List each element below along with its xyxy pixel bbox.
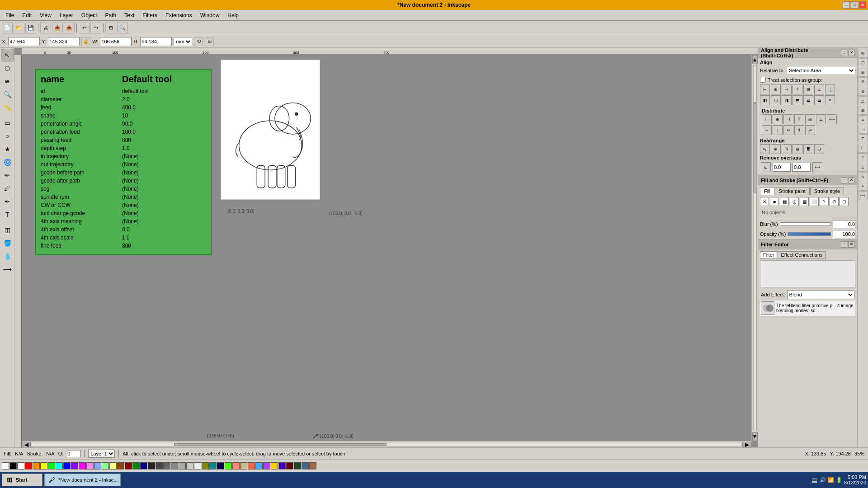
gray6-swatch[interactable] xyxy=(186,462,193,469)
forest-swatch[interactable] xyxy=(294,462,301,469)
opacity-input[interactable] xyxy=(833,230,855,238)
pink-swatch[interactable] xyxy=(86,462,94,469)
steel-swatch[interactable] xyxy=(302,462,309,469)
unit-select[interactable]: mm px cm in xyxy=(174,37,192,46)
magenta-swatch[interactable] xyxy=(79,462,86,469)
dark-green-swatch[interactable] xyxy=(132,462,140,469)
menu-window[interactable]: Window xyxy=(197,11,223,19)
snap-10[interactable]: T xyxy=(859,134,868,143)
fill-linear-gradient[interactable]: ▦ xyxy=(780,197,789,206)
node-tool[interactable]: ⬡ xyxy=(1,62,14,75)
dist-random-h[interactable]: ⇔ xyxy=(783,125,793,135)
dist-center-v[interactable]: ⊕ xyxy=(773,114,783,124)
fill-radial-gradient[interactable]: ◎ xyxy=(790,197,799,206)
light-blue-swatch[interactable] xyxy=(94,462,101,469)
layer-select[interactable]: Layer 1 xyxy=(88,450,115,458)
remove-overlap-button[interactable]: ⟺ xyxy=(812,162,822,172)
overlap-h-input[interactable] xyxy=(773,163,791,172)
copper-swatch[interactable] xyxy=(309,462,316,469)
align-left-edge[interactable]: ⊢ xyxy=(760,84,770,94)
x-input[interactable] xyxy=(8,37,40,46)
stroke-paint-tab[interactable]: Stroke paint xyxy=(775,187,810,195)
purple-swatch[interactable] xyxy=(71,462,78,469)
gold-swatch[interactable] xyxy=(271,462,278,469)
snap-6[interactable]: △ xyxy=(859,96,868,105)
tweak-tool[interactable]: ≋ xyxy=(1,75,14,88)
align-top[interactable]: ⬒ xyxy=(793,95,802,105)
dist-top-edge[interactable]: ⊤ xyxy=(794,114,804,124)
select-tool[interactable]: ↖ xyxy=(1,49,14,61)
minimize-button[interactable]: ─ xyxy=(843,1,850,9)
snap-14[interactable]: ∿ xyxy=(859,172,868,181)
dist-random-v[interactable]: ⇕ xyxy=(794,125,804,135)
move-to-layer[interactable]: ⊡ xyxy=(205,37,214,46)
orange-swatch[interactable] xyxy=(33,462,40,469)
calligraphy-tool[interactable]: ✒ xyxy=(1,195,14,208)
salmon-swatch[interactable] xyxy=(232,462,240,469)
black-swatch[interactable] xyxy=(9,462,17,469)
start-button[interactable]: ⊞ Start xyxy=(2,474,42,486)
vertical-scrollbar[interactable]: ▲ ▼ xyxy=(751,55,758,441)
snap-12[interactable]: ⊤ xyxy=(859,153,868,162)
lock-ratio-button[interactable]: 🔒 xyxy=(81,37,90,46)
close-button[interactable]: ✕ xyxy=(859,1,866,9)
rearrange-order[interactable]: ⊡ xyxy=(814,144,824,154)
snap-5[interactable]: ⊗ xyxy=(859,87,868,96)
snap-13[interactable]: ⊥ xyxy=(859,163,868,172)
spiral-tool[interactable]: 🌀 xyxy=(1,156,14,169)
scroll-left-button[interactable]: ◀ xyxy=(22,442,31,447)
snap-1[interactable]: % xyxy=(859,49,868,58)
rearrange-sort[interactable]: ≣ xyxy=(803,144,813,154)
treat-group-checkbox[interactable] xyxy=(760,77,766,83)
filter-close-icon[interactable]: ✕ xyxy=(848,241,854,248)
gray4-swatch[interactable] xyxy=(171,462,178,469)
blue-swatch[interactable] xyxy=(63,462,71,469)
align-right-edge[interactable]: ⊣ xyxy=(782,84,792,94)
khaki-swatch[interactable] xyxy=(240,462,247,469)
dist-with-gaps[interactable]: ⟺ xyxy=(827,114,837,124)
save-button[interactable]: 💾 xyxy=(25,23,36,33)
white-swatch[interactable] xyxy=(17,462,24,469)
fill-tab[interactable]: Fill xyxy=(760,187,774,195)
panel-close-icon[interactable]: ✕ xyxy=(848,50,854,56)
snap-9[interactable]: ⊣ xyxy=(859,125,868,134)
align-right[interactable]: ◨ xyxy=(782,95,792,105)
stroke-style-tab[interactable]: Stroke style xyxy=(810,187,844,195)
transform-button[interactable]: ⟲ xyxy=(194,37,203,46)
violet-swatch[interactable] xyxy=(263,462,270,469)
pencil-tool[interactable]: ✏ xyxy=(1,169,14,182)
align-center-v[interactable]: ⊕ xyxy=(771,84,781,94)
menu-path[interactable]: Path xyxy=(102,11,120,19)
overlap-v-input[interactable] xyxy=(793,163,811,172)
rearrange-shuffle[interactable]: ⊞ xyxy=(793,144,802,154)
h-input[interactable] xyxy=(140,37,172,46)
cyan-swatch[interactable] xyxy=(56,462,63,469)
text-tool[interactable]: T xyxy=(1,208,14,221)
open-button[interactable]: 📂 xyxy=(14,23,24,33)
sky-blue-swatch[interactable] xyxy=(255,462,263,469)
vscroll-track[interactable] xyxy=(753,65,757,431)
print-button[interactable]: 🖨 xyxy=(40,23,51,33)
snap-4[interactable]: ⊕ xyxy=(859,77,868,86)
fill-unset[interactable]: ∅ xyxy=(830,197,839,206)
gray2-swatch[interactable] xyxy=(156,462,163,469)
filter-expand-icon[interactable]: □ xyxy=(841,241,847,248)
y-input[interactable] xyxy=(48,37,80,46)
dist-right-edge[interactable]: ⊣ xyxy=(783,114,793,124)
gray7-swatch[interactable] xyxy=(194,462,201,469)
snap-2[interactable]: ⊡ xyxy=(859,58,868,67)
effect-select[interactable]: Blend Blur ColorMatrix Composite xyxy=(787,290,854,299)
yellow-swatch[interactable] xyxy=(40,462,47,469)
inkscape-taskbar-button[interactable]: 🖋 *New document 2 - Inksc... xyxy=(44,474,121,486)
rect-tool[interactable]: ▭ xyxy=(1,117,14,129)
panel-expand-icon[interactable]: □ xyxy=(841,50,847,56)
fill-tool[interactable]: 🪣 xyxy=(1,237,14,249)
align-center-horiz[interactable]: ◫ xyxy=(771,95,781,105)
hscroll-thumb[interactable] xyxy=(174,443,387,446)
align-bottom-edge[interactable]: ⊥ xyxy=(814,84,824,94)
redo-button[interactable]: ↪ xyxy=(90,23,101,33)
snap-8[interactable]: ≡ xyxy=(859,115,868,124)
blur-input[interactable] xyxy=(833,220,855,228)
dist-center-h[interactable]: ⊞ xyxy=(805,114,815,124)
dark-blue-swatch[interactable] xyxy=(140,462,147,469)
